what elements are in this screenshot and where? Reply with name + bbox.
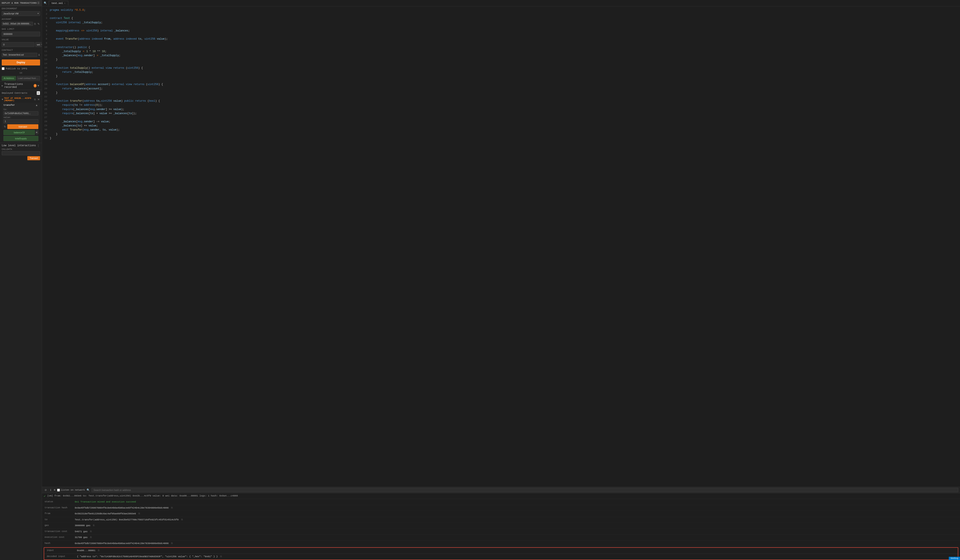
listen-network-checkbox[interactable]: [57, 489, 60, 491]
transfer-fn-header: transfer ▲: [2, 103, 40, 107]
toggle-arrow-icon: ▶: [2, 85, 3, 87]
edit-account-icon[interactable]: ✎: [37, 22, 40, 26]
detail-execcost-row: execution cost 31799 gas ⎘: [42, 534, 960, 541]
transfer-value-input[interactable]: [3, 119, 38, 123]
code-line: 19 function balanceOf(address account) e…: [42, 83, 960, 86]
code-line: 20 return _balances[account];: [42, 87, 960, 91]
copy-decoded-input-icon[interactable]: ⎘: [221, 555, 222, 558]
transfer-transact-button[interactable]: transact: [7, 124, 38, 129]
copy-to-icon[interactable]: ⎘: [181, 518, 183, 521]
or-divider: OR: [0, 72, 42, 74]
console-area: ⊘ ℹ 0 listen on network 🔍 ✓ [vm] from: 0…: [42, 487, 960, 560]
calldata-input[interactable]: [2, 151, 40, 155]
totalsupply-button[interactable]: totalSupply: [3, 136, 38, 141]
copy-from-icon[interactable]: ⎘: [139, 512, 140, 515]
copy-hash-icon[interactable]: ⎘: [171, 542, 173, 545]
address-account-select[interactable]: address account: [36, 130, 38, 134]
copy-contract-icon[interactable]: ⎘: [34, 98, 36, 101]
tx-cost-key: transaction cost: [45, 530, 75, 533]
detail-txcost-row: transaction cost 54671 gas ⎘: [42, 529, 960, 535]
code-line: 18: [42, 78, 960, 83]
contract-collapse-icon[interactable]: ▼: [2, 98, 3, 101]
transfer-value-label: value:: [3, 116, 38, 119]
code-line: 28 _balances[msg.sender] -= value;: [42, 120, 960, 124]
copy-execcost-icon[interactable]: ⎘: [90, 536, 92, 539]
code-line: 8 event Transfer(address indexed from, a…: [42, 37, 960, 41]
transfer-to-row: to:: [3, 108, 38, 115]
code-editor: 1 pragma solidity ^0.5.0; 2 3 contract T…: [42, 6, 960, 487]
contract-row: Test - browser/test.sol ℹ: [2, 53, 40, 57]
contract-info-icon[interactable]: ℹ: [38, 53, 40, 57]
code-line: 23 function transfer(address to,uint256 …: [42, 99, 960, 103]
value-label: VALUE: [0, 37, 42, 42]
transfer-fn-collapse-icon[interactable]: ▲: [35, 103, 38, 107]
gas-key: gas: [45, 524, 75, 526]
at-address-button[interactable]: At Address: [2, 76, 16, 80]
value-input[interactable]: [2, 42, 34, 47]
status-label: Seebug: [950, 557, 958, 560]
listen-network-text: listen on network: [61, 489, 85, 491]
copy-gas-icon[interactable]: ⎘: [93, 524, 94, 527]
environment-select[interactable]: JavaScript VM: [2, 11, 40, 16]
copy-txhash-icon[interactable]: ⎘: [171, 507, 173, 509]
transfer-spin-icon[interactable]: ↻: [3, 125, 6, 128]
copy-account-icon[interactable]: ⎘: [34, 22, 36, 26]
contract-select[interactable]: Test - browser/test.sol: [2, 53, 37, 57]
code-line: 24 require(to != address(0));: [42, 103, 960, 107]
transfer-to-input[interactable]: [3, 111, 38, 115]
gas-limit-label: GAS LIMIT: [0, 27, 42, 31]
tx-summary-text: [vm] from: 0x502...993e6 to: Test.transf…: [47, 494, 958, 498]
balanceof-button[interactable]: balanceOf: [3, 130, 35, 135]
tab-label: test.sol: [51, 2, 63, 5]
left-panel: DEPLOY & RUN TRANSACTIONS ☰ ENVIRONMENT …: [0, 0, 42, 560]
transactions-expand-icon[interactable]: ▼: [37, 84, 40, 88]
transactions-recorded-label: Transactions recorded: [4, 83, 32, 89]
code-line: 26 require(_balances[to] + value >= _bal…: [42, 112, 960, 116]
environment-select-wrapper: JavaScript VM ▼: [2, 11, 40, 16]
exec-cost-value: 31799 gas ⎘: [75, 536, 957, 539]
code-line: 17 }: [42, 74, 960, 78]
code-line: 9: [42, 42, 960, 45]
gas-limit-input[interactable]: [2, 32, 40, 37]
console-search-input[interactable]: [91, 488, 958, 492]
status-key: status: [45, 500, 75, 503]
panel-menu-icon[interactable]: ☰: [37, 1, 40, 5]
copy-txcost-icon[interactable]: ⎘: [90, 530, 92, 533]
value-unit-select[interactable]: wei: [35, 42, 42, 47]
console-info-icon[interactable]: ℹ: [50, 488, 52, 492]
contract-instance-actions: ⎘ ✕: [34, 98, 40, 101]
tab-close-icon[interactable]: ✕: [64, 2, 66, 5]
transfer-to-label: to:: [3, 108, 38, 111]
clear-deployed-icon[interactable]: 🗑: [37, 91, 40, 95]
close-contract-icon[interactable]: ✕: [37, 98, 40, 101]
code-line: 15 function totalSupply() external view …: [42, 66, 960, 70]
account-select[interactable]: 0x502...993e6 (99.9999999...: [2, 22, 33, 26]
tx-entry: ✓ [vm] from: 0x502...993e6 to: Test.tran…: [42, 493, 960, 499]
low-level-info-icon[interactable]: ⋮: [37, 144, 40, 147]
load-contract-button[interactable]: Load contract from Address: [17, 76, 40, 80]
code-line: 27: [42, 116, 960, 120]
copy-input-icon[interactable]: ⎘: [98, 549, 99, 552]
environment-label: ENVIRONMENT: [0, 6, 42, 10]
tx-cost-value: 54671 gas ⎘: [75, 530, 957, 533]
from-value: 0x502318efbe81226d8c6ac4af05ae09f03ae299…: [75, 512, 957, 516]
deploy-button[interactable]: Deploy: [2, 59, 40, 66]
publish-ipfs-checkbox[interactable]: [2, 67, 5, 70]
from-key: from: [45, 512, 75, 515]
search-icon: 🔍: [44, 2, 47, 5]
account-row: 0x502...993e6 (99.9999999... ⎘ ✎: [2, 22, 40, 26]
listen-network-label: listen on network: [57, 489, 85, 491]
console-clear-icon[interactable]: ⊘: [44, 488, 48, 492]
calldata-transact-button[interactable]: Transact: [27, 156, 40, 160]
detail-txhash-row: transaction hash 0x9a45f5db7269670894f0c…: [42, 505, 960, 511]
code-line: 29 _balances[to] += value;: [42, 124, 960, 128]
value-row: wei: [2, 42, 40, 47]
tab-test-sol[interactable]: test.sol ✕: [49, 1, 68, 5]
highlighted-input-section: input 0xa90...00001 ⎘ decoded input { "a…: [44, 547, 958, 560]
code-line: 4 uint256 internal _totalSupply;: [42, 21, 960, 25]
code-line: 3 contract Test {: [42, 16, 960, 21]
transactions-recorded-toggle[interactable]: ▶ Transactions recorded 2 ▼: [0, 82, 42, 90]
input-key: input: [47, 549, 77, 552]
code-line: 11 _totalSupply = 1 * 10 ** 18;: [42, 50, 960, 54]
detail-status-row: status 0x1 Transaction mined and executi…: [42, 499, 960, 505]
